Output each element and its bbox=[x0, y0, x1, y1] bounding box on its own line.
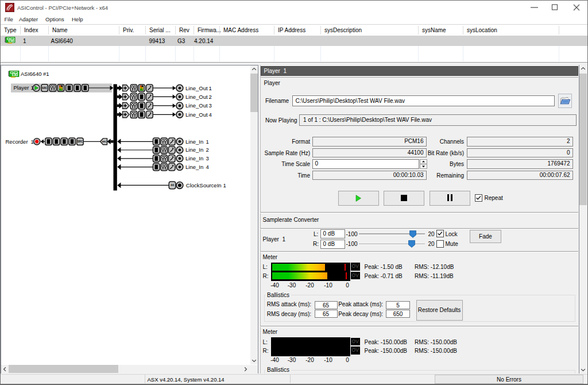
svg-text:Line_Out: Line_Out bbox=[185, 111, 208, 118]
svg-text:Player: Player bbox=[14, 84, 29, 91]
svg-text:Line_In: Line_In bbox=[185, 138, 203, 145]
svg-text:44: 44 bbox=[171, 183, 174, 187]
svg-text:Line_Out: Line_Out bbox=[185, 94, 208, 100]
svg-text:4: 4 bbox=[206, 164, 209, 170]
svg-text:Line_Out: Line_Out bbox=[185, 85, 208, 91]
svg-text:3: 3 bbox=[206, 155, 209, 161]
svg-text:4: 4 bbox=[209, 111, 212, 118]
svg-text:Line_In: Line_In bbox=[185, 147, 203, 153]
svg-text:SRC: SRC bbox=[102, 140, 107, 143]
svg-text:ASI6640 #1: ASI6640 #1 bbox=[21, 71, 49, 77]
svg-text:Line_Out: Line_Out bbox=[185, 102, 208, 109]
svg-text:1: 1 bbox=[206, 138, 209, 145]
svg-text:1: 1 bbox=[209, 85, 212, 91]
svg-text:SRC: SRC bbox=[42, 87, 48, 90]
svg-text:ClockSourceIn: ClockSourceIn bbox=[186, 182, 222, 188]
svg-text:Line_In: Line_In bbox=[185, 155, 203, 161]
svg-text:Line_In: Line_In bbox=[185, 164, 203, 170]
svg-text:Recorder: Recorder bbox=[6, 138, 28, 145]
svg-text:2: 2 bbox=[209, 94, 212, 100]
svg-text:SRC: SRC bbox=[78, 140, 83, 143]
svg-text:1: 1 bbox=[223, 182, 226, 188]
svg-text:2: 2 bbox=[206, 147, 209, 153]
svg-text:3: 3 bbox=[209, 102, 212, 109]
